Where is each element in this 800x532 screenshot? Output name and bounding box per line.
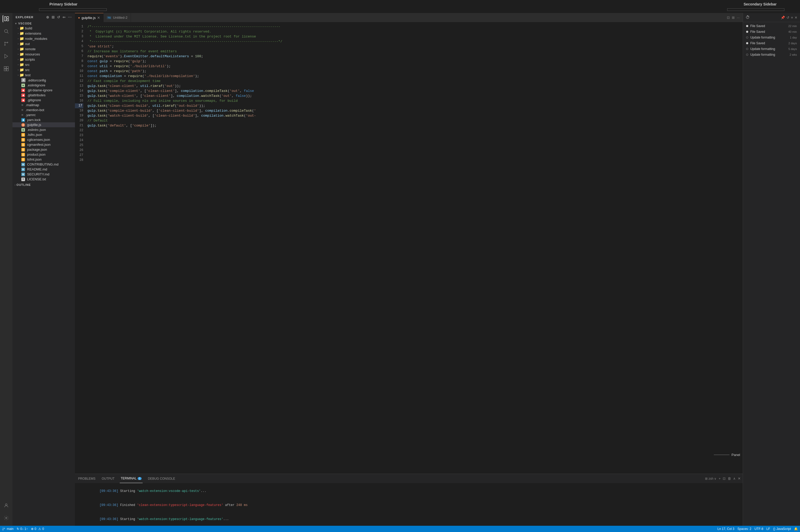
pin-icon[interactable]: 📌: [781, 16, 785, 20]
timeline-item-6[interactable]: Update formatting 2 wks: [743, 52, 800, 58]
terminal-content[interactable]: [09:43:36] Starting 'watch-extension:vsc…: [75, 483, 743, 526]
tree-file-eslintignore[interactable]: ● .eslintignore: [13, 83, 75, 88]
tree-folder-remote[interactable]: › 📁 remote: [13, 46, 75, 52]
tree-file-security-md[interactable]: M SECURITY.md: [13, 172, 75, 177]
tab-close-gulpfile[interactable]: ✕: [97, 16, 100, 20]
error-icon: ⊗: [31, 527, 34, 531]
terminal-line-1: [09:43:36] Starting 'watch-extension:vsc…: [77, 484, 741, 498]
tree-file-product-json[interactable]: {} product.json: [13, 152, 75, 157]
primary-sidebar-label: Primary Sidebar: [50, 2, 77, 6]
collapse-icon[interactable]: ⇐: [62, 15, 66, 19]
tree-file-package-json[interactable]: {} package.json: [13, 147, 75, 152]
tree-root-vscode[interactable]: ▼ VSCODE: [13, 21, 75, 25]
tree-file-license-txt[interactable]: T LICENSE.txt: [13, 177, 75, 182]
refresh-icon[interactable]: ↺: [57, 15, 60, 19]
tab-problems[interactable]: PROBLEMS: [77, 474, 97, 483]
svg-rect-9: [4, 66, 6, 69]
sync-status[interactable]: ↻ 0↓ 1↑: [17, 527, 28, 531]
new-folder-icon[interactable]: ⊞: [52, 15, 55, 19]
more-actions-icon[interactable]: ···: [68, 15, 72, 19]
tree-folder-node-modules[interactable]: › 📁 node_modules: [13, 36, 75, 41]
tree-file-gitattributes[interactable]: ◆ .gitattributes: [13, 93, 75, 98]
split-editor-icon[interactable]: ⊡: [727, 16, 730, 20]
tab-gulpfile-label: gulpfile.js: [81, 16, 96, 20]
close-panel-icon[interactable]: ✕: [738, 477, 741, 480]
tree-file-contributing-md[interactable]: M CONTRIBUTING.md: [13, 162, 75, 167]
collapse-panel-icon[interactable]: ∧: [733, 477, 736, 480]
tree-folder-resources[interactable]: › 📁 resources: [13, 52, 75, 57]
tree-folder-src-1[interactable]: › 📁 src: [13, 62, 75, 67]
extensions-icon[interactable]: [3, 65, 10, 72]
code-editor[interactable]: 12345 678910 1112131415 1617 1819202122 …: [75, 22, 743, 474]
error-status[interactable]: ⊗ 0 ⚠ 0: [31, 527, 44, 531]
tree-folder-out[interactable]: › 📁 out: [13, 41, 75, 46]
line-ending[interactable]: LF: [766, 527, 770, 531]
editor-area: ● gulpfile.js ✕ TS Untitled-2 ⊡ ⊞ ··· 12…: [75, 13, 743, 526]
tab-terminal[interactable]: TERMINAL 1: [120, 474, 142, 483]
cursor-position[interactable]: Ln 17, Col 3: [718, 527, 735, 531]
tab-output[interactable]: OUTPUT: [101, 474, 116, 483]
tree-file-gulpfile[interactable]: ● gulpfile.js: [13, 122, 75, 127]
timeline-item-4[interactable]: File Saved 2 days: [743, 40, 800, 46]
tree-file-yarn-lock[interactable]: ◆ yarn.lock: [13, 117, 75, 122]
language-text: JavaScript: [776, 527, 791, 531]
timeline-list: File Saved 22 min File Saved 40 min Upda…: [743, 22, 800, 526]
timeline-dot-1: [746, 25, 748, 27]
account-icon[interactable]: [3, 502, 10, 509]
source-control-icon[interactable]: [3, 40, 10, 48]
explorer-title: EXPLORER: [16, 16, 34, 19]
svg-rect-11: [4, 69, 6, 71]
new-file-icon[interactable]: ⊕: [46, 15, 50, 19]
timeline-item-5[interactable]: Update formatting 5 days: [743, 46, 800, 52]
split-terminal-icon[interactable]: ⊡: [723, 477, 726, 480]
explorer-icon[interactable]: [3, 15, 10, 22]
tree-folder-scripts[interactable]: › 📁 scripts: [13, 57, 75, 62]
close-secondary-icon[interactable]: ✕: [795, 16, 797, 20]
language-mode[interactable]: () JavaScript: [773, 527, 791, 531]
indent-spaces[interactable]: Spaces: 2: [738, 527, 751, 531]
tree-file-gitignore[interactable]: ◆ .gitignore: [13, 98, 75, 102]
code-content: /*--------------------------------------…: [85, 22, 743, 474]
timeline-item-3[interactable]: Update formatting 1 day: [743, 35, 800, 40]
tree-file-git-blame-ignore[interactable]: ◆ .git-blame-ignore: [13, 88, 75, 93]
more-icon[interactable]: ···: [737, 16, 740, 20]
branch-name: main: [7, 527, 14, 531]
tree-file-mention-bot[interactable]: ≡ .mention-bot: [13, 108, 75, 112]
tree-file-editorconfig[interactable]: ⚙ .editorconfig: [13, 78, 75, 83]
tree-folder-test[interactable]: › 📁 test: [13, 72, 75, 78]
new-terminal-icon[interactable]: +: [719, 477, 721, 480]
layout-icon[interactable]: ⊞: [732, 16, 735, 20]
svg-rect-2: [7, 19, 8, 21]
tab-untitled-2[interactable]: TS Untitled-2: [103, 13, 131, 22]
tree-file-cglicenses-json[interactable]: {} cglicenses.json: [13, 137, 75, 142]
terminal-shell-selector[interactable]: ⊞ zsh ∨: [705, 477, 717, 480]
tree-folder-extensions[interactable]: › 📁 extensions: [13, 31, 75, 36]
timeline-item-1[interactable]: File Saved 22 min: [743, 23, 800, 29]
tree-file-tsfmt-json[interactable]: {} tsfmt.json: [13, 157, 75, 162]
run-debug-icon[interactable]: [3, 53, 10, 60]
status-bar-left: main ↻ 0↓ 1↑ ⊗ 0 ⚠ 0: [2, 527, 44, 531]
trash-terminal-icon[interactable]: 🗑: [728, 477, 731, 480]
search-icon[interactable]: [3, 27, 10, 35]
file-encoding[interactable]: UTF-8: [755, 527, 763, 531]
tree-file-eslintrc-json[interactable]: ● .eslintrc.json: [13, 127, 75, 132]
encoding-text: UTF-8: [755, 527, 763, 531]
tree-folder-build[interactable]: › 📁 build: [13, 25, 75, 31]
tab-debug-console[interactable]: DEBUG CONSOLE: [147, 474, 176, 483]
tab-gulpfile[interactable]: ● gulpfile.js ✕: [75, 13, 103, 22]
timeline-time-2: 40 min: [788, 30, 797, 33]
filter-timeline-icon[interactable]: ≡: [791, 16, 793, 20]
refresh-timeline-icon[interactable]: ↺: [786, 16, 789, 20]
git-branch[interactable]: main: [2, 527, 14, 531]
tree-file-readme-md[interactable]: M README.md: [13, 167, 75, 172]
tree-file-mailmap[interactable]: ≡ .mailmap: [13, 102, 75, 108]
tree-folder-src-2[interactable]: › 📁 src: [13, 67, 75, 72]
notifications-icon[interactable]: 🔔: [794, 527, 798, 531]
tree-file-cgmanifest-json[interactable]: {} cgmanifest.json: [13, 142, 75, 147]
settings-icon[interactable]: [3, 514, 10, 521]
tree-file-lsifrc-json[interactable]: {} .lsifrc.json: [13, 132, 75, 137]
svg-point-7: [4, 44, 5, 45]
timeline-item-2[interactable]: File Saved 40 min: [743, 29, 800, 35]
tree-file-yarnrc[interactable]: ≡ .yarnrc: [13, 112, 75, 117]
tree-outline-section[interactable]: › OUTLINE: [13, 183, 75, 187]
